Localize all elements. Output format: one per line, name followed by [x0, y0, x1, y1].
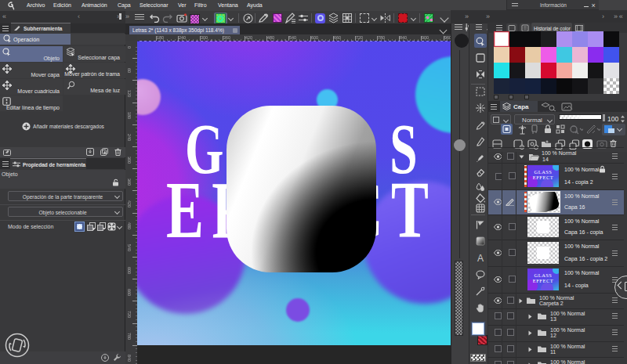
- svg-text:A: A: [477, 253, 484, 262]
